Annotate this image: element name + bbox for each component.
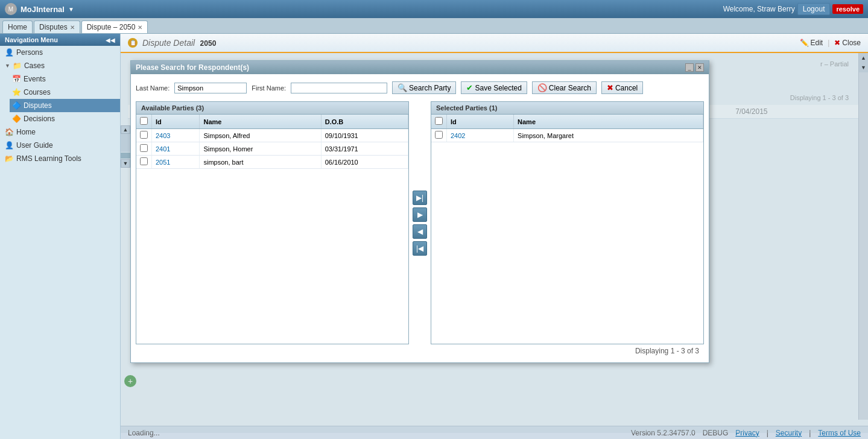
search-respondents-modal: Please Search for Respondent(s) _ ✕ Last… xyxy=(130,60,709,363)
tab-dispute-2050-close[interactable]: ✕ xyxy=(138,24,142,31)
last-name-input[interactable] xyxy=(174,83,247,93)
selected-table-header-row: Id Name xyxy=(431,115,703,129)
search-party-label: Search Party xyxy=(409,84,451,92)
available-row-1-checkbox[interactable] xyxy=(140,131,148,139)
top-bar-right: Welcome, Straw Berry Logout resolve xyxy=(723,3,863,15)
home-icon: 🏠 xyxy=(5,128,14,136)
sidebar-item-decisions[interactable]: 🔶 Decisions xyxy=(10,112,120,125)
modal-close-btn[interactable]: ✕ xyxy=(695,63,704,72)
sidebar-item-events[interactable]: 📅 Events xyxy=(10,72,120,86)
available-row-3-id[interactable]: 2051 xyxy=(152,156,200,169)
search-icon: 🔍 xyxy=(398,83,407,92)
selected-id-header: Id xyxy=(447,115,514,129)
sidebar-item-home[interactable]: 🏠 Home xyxy=(0,125,120,139)
sidebar-header: Navigation Menu ◀◀ xyxy=(0,34,120,46)
dropdown-arrow-icon[interactable]: ▼ xyxy=(68,6,74,13)
tab-disputes[interactable]: Disputes ✕ xyxy=(34,21,80,33)
transfer-first-btn[interactable]: ▶| xyxy=(413,191,427,205)
selected-parties-table: Id Name xyxy=(431,115,703,142)
selected-row-1[interactable]: 2402 Simpson, Margaret xyxy=(431,129,703,142)
transfer-left-btn[interactable]: ◀ xyxy=(413,224,427,239)
header-actions: ✏️ Edit | ✖ Close xyxy=(800,39,861,47)
selected-select-all-header xyxy=(431,115,447,129)
page-header: 📋 Dispute Detail 2050 ✏️ Edit | ✖ Close xyxy=(121,34,868,53)
tab-bar: Home Disputes ✕ Dispute – 2050 ✕ xyxy=(0,18,868,34)
parties-layout: Available Parties (3) xyxy=(136,101,704,344)
cancel-button[interactable]: ✖ Cancel xyxy=(601,81,643,94)
resolve-logo: resolve xyxy=(832,4,863,14)
transfer-last-btn[interactable]: |◀ xyxy=(413,241,427,256)
disputes-icon: 🔷 xyxy=(12,101,21,110)
available-row-2-checkbox[interactable] xyxy=(140,144,148,152)
person-icon: 👤 xyxy=(5,48,14,57)
page-close-button[interactable]: ✖ Close xyxy=(834,39,861,47)
modal-title: Please Search for Respondent(s) xyxy=(136,63,249,72)
sidebar-collapse-btn[interactable]: ◀◀ xyxy=(106,37,115,43)
selected-select-all-checkbox[interactable] xyxy=(435,117,443,125)
available-row-2-dob: 03/31/1971 xyxy=(321,142,408,156)
sidebar-item-disputes[interactable]: 🔷 Disputes xyxy=(10,99,120,112)
available-dob-header: D.O.B xyxy=(321,115,408,129)
welcome-text: Welcome, Straw Berry xyxy=(723,5,795,13)
available-parties-scroll[interactable]: Id Name D.O.B xyxy=(136,115,408,344)
decisions-icon: 🔶 xyxy=(12,115,21,123)
available-parties-table: Id Name D.O.B xyxy=(136,115,408,169)
app-name: MoJInternal xyxy=(21,5,65,14)
modal-minimize-btn[interactable]: _ xyxy=(685,63,694,72)
close-icon: ✖ xyxy=(834,39,840,47)
cases-expand-icon: ▼ xyxy=(5,63,10,69)
available-row-3-checkbox[interactable] xyxy=(140,157,148,165)
sidebar-item-disputes-label: Disputes xyxy=(24,101,52,110)
cancel-label: Cancel xyxy=(615,84,638,92)
save-selected-label: Save Selected xyxy=(475,84,521,92)
sidebar-item-cases[interactable]: ▼ 📁 Cases xyxy=(0,59,120,72)
tab-dispute-2050-label: Dispute – 2050 xyxy=(87,23,136,31)
selected-row-1-checkbox-cell xyxy=(431,129,447,142)
available-row-2-id[interactable]: 2401 xyxy=(152,142,200,156)
sidebar-item-persons[interactable]: 👤 Persons xyxy=(0,46,120,59)
available-select-all-checkbox[interactable] xyxy=(140,117,148,125)
first-name-input[interactable] xyxy=(291,83,387,93)
sidebar-item-courses[interactable]: ⭐ Courses xyxy=(10,86,120,99)
available-select-all-header xyxy=(136,115,152,129)
available-table-header-row: Id Name D.O.B xyxy=(136,115,408,129)
available-row-1[interactable]: 2403 Simpson, Alfred 09/10/1931 xyxy=(136,129,408,142)
available-row-2[interactable]: 2401 Simpson, Homer 03/31/1971 xyxy=(136,142,408,156)
clear-search-label: Clear Search xyxy=(549,84,591,92)
selected-name-header: Name xyxy=(514,115,703,129)
available-row-3[interactable]: 2051 simpson, bart 06/16/2010 xyxy=(136,156,408,169)
selected-row-1-checkbox[interactable] xyxy=(435,131,443,139)
courses-icon: ⭐ xyxy=(12,88,21,96)
available-parties-header: Available Parties (3) xyxy=(136,102,408,115)
tab-home[interactable]: Home xyxy=(2,21,33,33)
available-name-header: Name xyxy=(200,115,321,129)
transfer-right-btn[interactable]: ▶ xyxy=(413,207,427,222)
selected-parties-panel: Selected Parties (1) xyxy=(431,101,704,344)
save-selected-button[interactable]: ✔ Save Selected xyxy=(461,81,527,94)
available-row-1-dob: 09/10/1931 xyxy=(321,129,408,142)
selected-row-1-id[interactable]: 2402 xyxy=(447,129,514,142)
available-row-1-id[interactable]: 2403 xyxy=(152,129,200,142)
clear-search-button[interactable]: 🚫 Clear Search xyxy=(532,81,597,94)
available-row-2-checkbox-cell xyxy=(136,142,152,156)
logout-button[interactable]: Logout xyxy=(797,3,831,15)
user-guide-icon: 👤 xyxy=(5,141,14,150)
search-party-button[interactable]: 🔍 Search Party xyxy=(392,81,456,94)
tab-dispute-2050[interactable]: Dispute – 2050 ✕ xyxy=(81,21,148,33)
sidebar-item-user-guide[interactable]: 👤 User Guide xyxy=(0,139,120,152)
edit-button[interactable]: ✏️ Edit xyxy=(800,39,823,47)
edit-icon: ✏️ xyxy=(800,39,809,47)
selected-parties-scroll[interactable]: Id Name xyxy=(431,115,703,344)
tab-disputes-label: Disputes xyxy=(39,23,68,31)
sidebar-item-rms[interactable]: 📂 RMS Learning Tools xyxy=(0,152,120,165)
transfer-buttons: ▶| ▶ ◀ |◀ xyxy=(409,101,431,344)
sidebar-cases-group: 📅 Events ⭐ Courses 🔷 Disputes 🔶 Decision… xyxy=(0,72,120,125)
content-area: 📋 Dispute Detail 2050 ✏️ Edit | ✖ Close xyxy=(121,34,868,439)
modal-footer: Displaying 1 - 3 of 3 xyxy=(136,344,704,358)
tab-disputes-close[interactable]: ✕ xyxy=(70,24,75,31)
first-name-label: First Name: xyxy=(252,84,286,92)
sidebar-item-rms-label: RMS Learning Tools xyxy=(16,154,81,163)
modal-overlay: Please Search for Respondent(s) _ ✕ Last… xyxy=(121,53,868,433)
sidebar-title: Navigation Menu xyxy=(5,36,58,43)
displaying-text: Displaying 1 - 3 of 3 xyxy=(635,347,699,355)
